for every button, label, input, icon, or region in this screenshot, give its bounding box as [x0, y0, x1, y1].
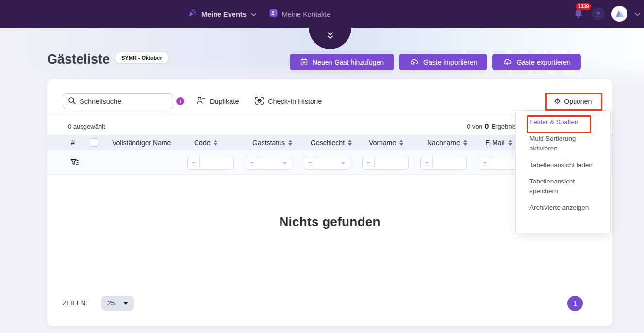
filter-operator: = — [363, 156, 375, 169]
filter-gender[interactable]: = — [304, 156, 350, 170]
event-badge: SYMR - Oktober — [115, 52, 168, 63]
nav-kontakte-label: Meine Kontakte — [282, 10, 331, 18]
export-guests-button[interactable]: Gäste exportieren — [492, 54, 580, 70]
page-title: Gästeliste — [47, 52, 110, 67]
select-all-checkbox[interactable] — [90, 138, 98, 147]
bell-icon — [572, 14, 585, 22]
chevron-down-icon — [251, 10, 257, 18]
column-first-name-label: Vorname — [369, 139, 396, 147]
rows-per-page-label: ZEILEN: — [63, 300, 87, 307]
column-full-name: Vollständiger Name — [112, 135, 171, 150]
filter-code[interactable]: = — [187, 156, 234, 170]
import-guests-button[interactable]: Gäste importieren — [399, 54, 487, 70]
face-scan-icon — [255, 96, 264, 107]
page-1-button[interactable]: 1 — [567, 296, 583, 311]
duplicates-label: Duplikate — [210, 98, 239, 105]
header-actions: Neuen Gast hinzufügen Gäste importieren … — [290, 54, 581, 70]
top-navbar: Meine Events Meine Kontakte — [0, 0, 644, 28]
filter-code-input[interactable] — [200, 156, 233, 169]
help-button[interactable]: ? — [592, 7, 605, 20]
notification-badge: 1339 — [576, 3, 591, 10]
filter-operator: = — [421, 156, 433, 169]
filter-first-name-input[interactable] — [375, 156, 408, 169]
filter-operator: = — [188, 156, 200, 169]
rows-per-page-value: 25 — [107, 300, 115, 307]
column-first-name[interactable]: Vorname — [369, 135, 403, 150]
column-gender-label: Geschlecht — [311, 139, 345, 147]
person-minus-icon — [196, 96, 206, 107]
menu-item-tabellenansicht-laden[interactable]: Tabellenansicht laden — [529, 160, 603, 170]
sort-icon — [348, 140, 352, 146]
nav-meine-kontakte[interactable]: Meine Kontakte — [269, 9, 331, 19]
search-icon — [68, 97, 76, 106]
column-guest-status[interactable]: Gaststatus — [252, 135, 292, 150]
cloud-download-icon — [502, 57, 512, 67]
caret-down-icon — [123, 302, 128, 305]
question-mark-icon: ? — [596, 10, 600, 18]
caret-down-icon — [282, 162, 287, 165]
avatar-logo-icon — [612, 7, 627, 21]
menu-item-archivierte-anzeigen[interactable]: Archivierte anzeigen — [529, 203, 603, 213]
column-last-name-label: Nachname — [427, 139, 460, 147]
info-icon[interactable]: i — [176, 97, 184, 105]
party-popper-icon — [187, 8, 197, 20]
column-email-label: E-Mail — [485, 139, 505, 147]
sort-icon — [214, 140, 217, 146]
column-email[interactable]: E-Mail — [485, 135, 512, 150]
checkin-history-label: Check-In Historie — [268, 98, 322, 105]
add-guest-button[interactable]: Neuen Gast hinzufügen — [290, 54, 394, 70]
sort-icon — [399, 140, 403, 146]
duplicates-button[interactable]: Duplikate — [196, 93, 239, 109]
filter-operator: = — [479, 156, 491, 169]
calendar-plus-icon — [300, 57, 308, 67]
filter-guest-status[interactable]: = — [246, 156, 292, 170]
export-guests-label: Gäste exportieren — [516, 58, 570, 66]
nav-events-label: Meine Events — [201, 10, 247, 18]
sort-icon — [463, 140, 467, 146]
filter-first-name[interactable]: = — [362, 156, 409, 170]
menu-item-multi-sortierung[interactable]: Multi-Sortierung aktivieren — [529, 134, 603, 153]
annotation-options-highlight — [545, 93, 602, 111]
filter-operator: = — [246, 156, 258, 169]
column-code[interactable]: Code — [194, 135, 217, 150]
results-prefix: 0 von — [467, 123, 482, 130]
sort-icon — [288, 140, 292, 146]
annotation-felder-spalten-highlight — [527, 115, 591, 133]
contact-card-icon — [269, 9, 278, 19]
guestlist-page: Meine Events Meine Kontakte — [0, 0, 644, 333]
filter-last-name-input[interactable] — [433, 156, 466, 169]
column-index: # — [71, 135, 75, 150]
cloud-upload-icon — [409, 57, 419, 67]
caret-down-icon — [341, 162, 346, 165]
column-code-label: Code — [194, 139, 210, 147]
filter-icon[interactable] — [70, 158, 79, 169]
column-gender[interactable]: Geschlecht — [311, 135, 352, 150]
results-number: 0 — [485, 122, 489, 131]
import-guests-label: Gäste importieren — [423, 58, 477, 66]
sort-icon — [508, 140, 512, 146]
chevron-down-icon[interactable] — [634, 10, 641, 18]
menu-item-tabellenansicht-speichern[interactable]: Tabellenansicht speichern — [529, 177, 603, 196]
column-last-name[interactable]: Nachname — [427, 135, 467, 150]
checkin-history-button[interactable]: Check-In Historie — [255, 93, 322, 109]
add-guest-label: Neuen Gast hinzufügen — [313, 58, 384, 66]
filter-operator: = — [304, 156, 316, 169]
double-chevron-down-icon — [326, 31, 335, 43]
column-guest-status-label: Gaststatus — [252, 139, 285, 147]
rows-per-page-select[interactable]: 25 — [101, 296, 134, 311]
notifications-button[interactable]: 1339 — [572, 7, 585, 21]
selected-count: 0 ausgewählt — [68, 123, 105, 130]
search-input[interactable] — [80, 98, 168, 105]
search-box — [63, 93, 173, 109]
avatar[interactable] — [611, 6, 627, 22]
filter-last-name[interactable]: = — [420, 156, 467, 170]
nav-meine-events[interactable]: Meine Events — [187, 8, 257, 20]
